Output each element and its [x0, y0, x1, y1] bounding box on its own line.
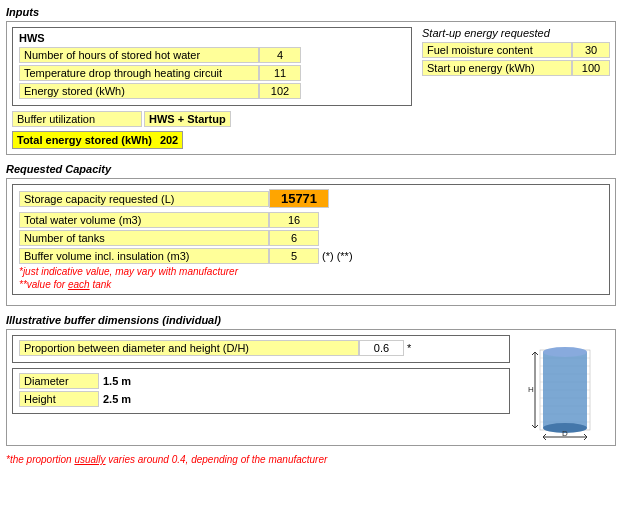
storage-capacity-label: Storage capacity requested (L): [19, 191, 269, 207]
storage-capacity-row: Storage capacity requested (L) 15771: [19, 189, 603, 208]
storage-capacity-value: 15771: [269, 189, 329, 208]
hws-left: HWS Number of hours of stored hot water …: [12, 27, 412, 149]
hws-energy-value: 102: [259, 83, 301, 99]
buffer-value: HWS + Startup: [144, 111, 231, 127]
startup-fuel-label: Fuel moisture content: [422, 42, 572, 58]
hws-inner-box: HWS Number of hours of stored hot water …: [12, 27, 412, 106]
diameter-value: 1.5 m: [99, 374, 135, 388]
total-water-value: 16: [269, 212, 319, 228]
total-row: Total energy stored (kWh) 202: [12, 131, 183, 149]
svg-text:H: H: [528, 385, 534, 394]
table-row: Number of tanks 6: [19, 230, 603, 246]
startup-right: Start-up energy requested Fuel moisture …: [422, 27, 610, 149]
proportion-label: Proportion between diameter and height (…: [19, 340, 359, 356]
total-water-label: Total water volume (m3): [19, 212, 269, 228]
buffer-dimensions-section: Illustrative buffer dimensions (individu…: [6, 314, 616, 465]
hws-hours-value: 4: [259, 47, 301, 63]
num-tanks-value: 6: [269, 230, 319, 246]
svg-point-11: [543, 347, 587, 357]
table-row: Buffer volume incl. insulation (m3) 5 (*…: [19, 248, 603, 264]
requested-capacity-title: Requested Capacity: [6, 163, 616, 175]
buffer-label: Buffer utilization: [12, 111, 142, 127]
hws-temp-label: Temperature drop through heating circuit: [19, 65, 259, 81]
buffer-dimensions-outer-box: Proportion between diameter and height (…: [6, 329, 616, 446]
num-tanks-label: Number of tanks: [19, 230, 269, 246]
bottom-note: *the proportion usually varies around 0.…: [6, 454, 616, 465]
each-underline: each: [68, 279, 90, 290]
requested-capacity-outer-box: Storage capacity requested (L) 15771 Tot…: [6, 178, 616, 306]
startup-title: Start-up energy requested: [422, 27, 610, 39]
table-row: Total water volume (m3) 16: [19, 212, 603, 228]
height-label: Height: [19, 391, 99, 407]
inputs-outer-box: HWS Number of hours of stored hot water …: [6, 21, 616, 155]
diameter-label: Diameter: [19, 373, 99, 389]
table-row: Energy stored (kWh) 102: [19, 83, 405, 99]
diameter-row: Diameter 1.5 m: [19, 373, 503, 389]
capacity-note2: **value for each tank: [19, 279, 603, 290]
proportion-row: Proportion between diameter and height (…: [19, 340, 503, 356]
storage-inner-box: Storage capacity requested (L) 15771 Tot…: [12, 184, 610, 295]
height-value: 2.5 m: [99, 392, 135, 406]
height-row: Height 2.5 m: [19, 391, 503, 407]
table-row: Temperature drop through heating circuit…: [19, 65, 405, 81]
requested-capacity-section: Requested Capacity Storage capacity requ…: [6, 163, 616, 306]
svg-rect-10: [543, 352, 587, 428]
star-note: (*) (**): [322, 250, 353, 262]
buffer-dim-left: Proportion between diameter and height (…: [12, 335, 510, 419]
buffer-row: Buffer utilization HWS + Startup: [12, 111, 412, 127]
startup-energy-value: 100: [572, 60, 610, 76]
cylinder-diagram: H D: [520, 335, 610, 440]
buffer-volume-label: Buffer volume incl. insulation (m3): [19, 248, 269, 264]
total-value: 202: [160, 134, 178, 146]
table-row: Fuel moisture content 30: [422, 42, 610, 58]
dims-inner-box: Diameter 1.5 m Height 2.5 m: [12, 368, 510, 414]
buffer-dimensions-title: Illustrative buffer dimensions (individu…: [6, 314, 616, 326]
buffer-volume-value: 5: [269, 248, 319, 264]
svg-text:D: D: [562, 429, 568, 438]
usually-underline: usually: [74, 454, 105, 465]
startup-energy-label: Start up energy (kWh): [422, 60, 572, 76]
hws-hours-label: Number of hours of stored hot water: [19, 47, 259, 63]
proportion-value: 0.6: [359, 340, 404, 356]
cylinder-svg: H D: [525, 340, 605, 440]
table-row: Start up energy (kWh) 100: [422, 60, 610, 76]
hws-startup-container: HWS Number of hours of stored hot water …: [12, 27, 610, 149]
capacity-note1: *just indicative value, may vary with ma…: [19, 266, 603, 277]
inputs-section: Inputs HWS Number of hours of stored hot…: [6, 6, 616, 155]
inputs-title: Inputs: [6, 6, 616, 18]
hws-energy-label: Energy stored (kWh): [19, 83, 259, 99]
startup-fuel-value: 30: [572, 42, 610, 58]
hws-temp-value: 11: [259, 65, 301, 81]
proportion-star: *: [407, 342, 411, 354]
proportion-inner-box: Proportion between diameter and height (…: [12, 335, 510, 363]
total-label: Total energy stored (kWh): [17, 134, 152, 146]
table-row: Number of hours of stored hot water 4: [19, 47, 405, 63]
hws-subtitle: HWS: [19, 32, 405, 44]
